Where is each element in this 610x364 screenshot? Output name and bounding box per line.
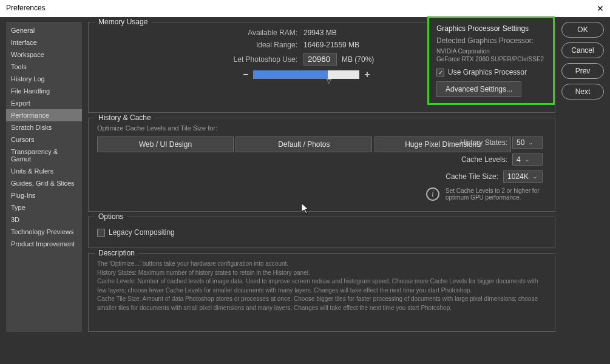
ideal-range-value: 16469-21559 MB	[303, 41, 359, 49]
slider-plus-button[interactable]: +	[364, 69, 370, 80]
legacy-compositing-label: Legacy Compositing	[109, 228, 175, 237]
let-use-label: Let Photoshop Use:	[97, 55, 303, 64]
close-icon[interactable]: ✕	[597, 4, 604, 13]
cache-tile-label: Cache Tile Size:	[446, 172, 498, 181]
description-section: Description The 'Optimize...' buttons ta…	[88, 253, 555, 332]
sidebar-item-units-rulers[interactable]: Units & Rulers	[6, 165, 82, 177]
available-ram-label: Available RAM:	[97, 29, 303, 37]
right-button-column: OK Cancel Prev Next	[561, 22, 604, 332]
cache-tile-value: 1024K	[507, 172, 529, 181]
sidebar-item-cursors[interactable]: Cursors	[6, 133, 82, 146]
cache-levels-label: Cache Levels:	[461, 155, 507, 164]
history-states-label: History States:	[460, 138, 507, 147]
use-gpu-checkbox[interactable]: ✓	[436, 69, 444, 76]
slider-thumb-icon: ▽	[327, 78, 331, 84]
ok-button[interactable]: OK	[561, 22, 604, 38]
window-title: Preferences	[6, 4, 46, 13]
sidebar-item-tools[interactable]: Tools	[6, 61, 82, 73]
advanced-settings-button[interactable]: Advanced Settings...	[436, 81, 521, 97]
history-states-value: 50	[517, 138, 524, 147]
sidebar-item-workspace[interactable]: Workspace	[6, 49, 82, 61]
sidebar-item-history-log[interactable]: History Log	[6, 73, 82, 85]
chevron-down-icon: ⌵	[534, 174, 537, 180]
sidebar-item-scratch-disks[interactable]: Scratch Disks	[6, 121, 82, 133]
gpu-detected-label: Detected Graphics Processor:	[436, 36, 546, 45]
legacy-compositing-checkbox[interactable]	[97, 229, 105, 237]
options-section: Options Legacy Compositing	[88, 217, 555, 248]
use-gpu-label: Use Graphics Processor	[448, 68, 527, 76]
sidebar-item-interface[interactable]: Interface	[6, 36, 82, 49]
gpu-title: Graphics Processor Settings	[436, 24, 546, 33]
next-button[interactable]: Next	[561, 84, 604, 99]
sidebar-item-product-improvement[interactable]: Product Improvement	[6, 238, 82, 250]
desc-line-4: Cache Tile Size: Amount of data Photosho…	[97, 295, 546, 312]
sidebar-item-plug-ins[interactable]: Plug-Ins	[6, 189, 82, 201]
cache-levels-dropdown[interactable]: 4 ⌵	[512, 153, 543, 166]
default-photos-button[interactable]: Default / Photos	[236, 136, 372, 152]
desc-line-3: Cache Levels: Number of cached levels of…	[97, 277, 546, 295]
sidebar-item-type[interactable]: Type	[6, 201, 82, 214]
slider-minus-button[interactable]: −	[243, 69, 248, 80]
desc-line-1: The 'Optimize...' buttons take your hard…	[97, 260, 546, 269]
let-use-input[interactable]	[303, 53, 337, 66]
sidebar-item-performance[interactable]: Performance	[6, 109, 82, 121]
sidebar-item-general[interactable]: General	[6, 24, 82, 36]
cache-hint-text: Set Cache Levels to 2 or higher for opti…	[446, 187, 543, 201]
gpu-model: GeForce RTX 2060 SUPER/PCIe/SSE2	[436, 55, 546, 63]
titlebar: Preferences ✕	[0, 0, 610, 17]
memory-usage-section: Memory Usage Available RAM: 29943 MB Ide…	[88, 22, 555, 113]
cache-tile-dropdown[interactable]: 1024K ⌵	[503, 170, 543, 183]
history-cache-section: History & Cache Optimize Cache Levels an…	[88, 118, 555, 212]
web-ui-design-button[interactable]: Web / UI Design	[97, 136, 234, 152]
sidebar-item-export[interactable]: Export	[6, 97, 82, 109]
optimize-label: Optimize Cache Levels and Tile Size for:	[97, 124, 546, 132]
memory-section-title: Memory Usage	[95, 18, 151, 26]
description-section-title: Description	[95, 249, 138, 257]
available-ram-value: 29943 MB	[303, 29, 337, 37]
prev-button[interactable]: Prev	[561, 63, 604, 79]
info-icon: i	[426, 187, 439, 201]
history-states-dropdown[interactable]: 50 ⌵	[512, 136, 543, 149]
sidebar-item-3d[interactable]: 3D	[6, 214, 82, 226]
sidebar-item-file-handling[interactable]: File Handling	[6, 85, 82, 97]
memory-slider[interactable]: ▽	[253, 70, 359, 79]
sidebar: GeneralInterfaceWorkspaceToolsHistory Lo…	[6, 22, 82, 332]
ideal-range-label: Ideal Range:	[97, 41, 303, 49]
cache-levels-value: 4	[517, 155, 521, 164]
cancel-button[interactable]: Cancel	[561, 42, 604, 58]
let-use-suffix: MB (70%)	[342, 55, 374, 64]
desc-line-2: History States: Maximum number of histor…	[97, 269, 546, 278]
sidebar-item-technology-previews[interactable]: Technology Previews	[6, 226, 82, 238]
chevron-down-icon: ⌵	[529, 140, 532, 146]
chevron-down-icon: ⌵	[526, 157, 529, 163]
gpu-vendor: NVIDIA Corporation	[436, 47, 546, 55]
gpu-settings-box: Graphics Processor Settings Detected Gra…	[427, 16, 555, 105]
sidebar-item-transparency-gamut[interactable]: Transparency & Gamut	[6, 146, 82, 165]
history-section-title: History & Cache	[95, 113, 155, 122]
sidebar-item-guides-grid-slices[interactable]: Guides, Grid & Slices	[6, 177, 82, 189]
options-section-title: Options	[95, 212, 127, 221]
slider-fill	[253, 70, 328, 79]
